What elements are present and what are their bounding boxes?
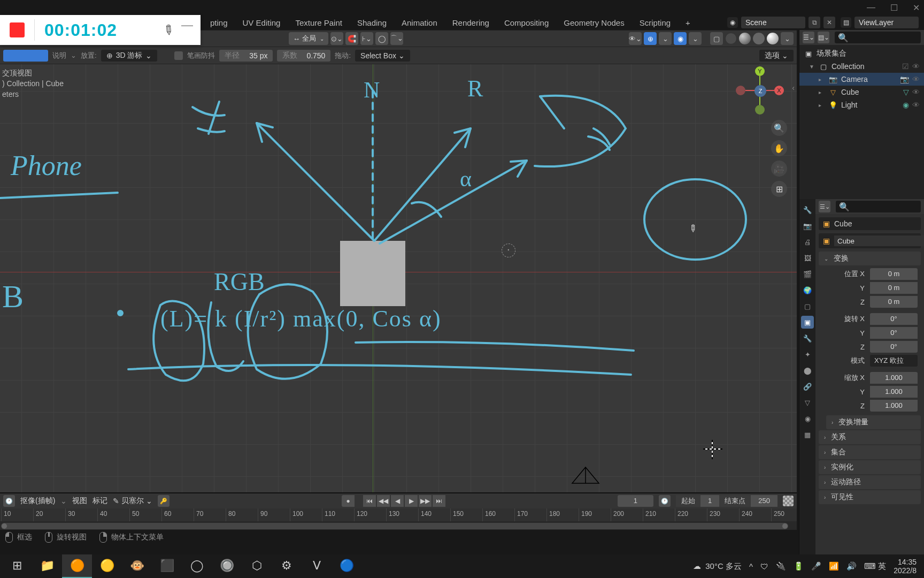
relations-header[interactable]: 关系 xyxy=(819,430,921,444)
shading-rendered[interactable] xyxy=(767,33,779,44)
select-mode-dropdown[interactable]: Select Box ⌄ xyxy=(355,50,410,62)
gizmo-z-axis[interactable]: Z xyxy=(754,85,766,97)
3d-viewport[interactable]: ✎ 交顶视图 ) Collection | Cube eters ‹ xyxy=(0,64,797,492)
placement-dropdown[interactable]: ⊕ 3D 游标 ⌄ xyxy=(101,50,158,62)
rotation-y-value[interactable]: 0° xyxy=(870,327,918,339)
end-frame-field[interactable]: 250 xyxy=(751,495,777,507)
current-frame-field[interactable]: 1 xyxy=(618,495,653,507)
gizmo-dropdown[interactable]: ⌄ xyxy=(659,32,672,45)
keying-dropdown[interactable]: 抠像(插帧) xyxy=(20,496,55,506)
position-x-value[interactable]: 0 m xyxy=(870,268,918,280)
camera-object-icon[interactable] xyxy=(569,465,602,486)
weather-widget[interactable]: ☁ 30°C 多云 xyxy=(693,561,742,572)
file-explorer-icon[interactable]: 📁 xyxy=(32,554,62,578)
start-button[interactable]: ⊞ xyxy=(2,554,32,578)
workspace-tab[interactable]: pting xyxy=(203,18,235,27)
app-icon-gear[interactable]: ⚙ xyxy=(272,554,302,578)
perspective-toggle-icon[interactable]: ⊞ xyxy=(771,181,787,197)
outliner-item-cube[interactable]: ▸ ▽ Cube ▽👁 xyxy=(799,86,924,98)
ime-indicator[interactable]: ⌨ 英 xyxy=(864,561,886,572)
wifi-icon[interactable]: 📶 xyxy=(829,561,839,571)
zoom-icon[interactable]: 🔍 xyxy=(771,120,787,136)
workspace-tab[interactable]: UV Editing xyxy=(235,18,288,27)
outliner-item-camera[interactable]: ▸ 📷 Camera 📷👁 xyxy=(799,73,924,86)
instancing-header[interactable]: 实例化 xyxy=(819,460,921,474)
tab-physics[interactable]: ⬤ xyxy=(801,364,814,377)
tab-modifiers[interactable]: 🔧 xyxy=(801,332,814,345)
workspace-tab[interactable]: Shading xyxy=(350,18,394,27)
timeline-marker-menu[interactable]: 标记 xyxy=(93,496,107,506)
jump-prev-keyframe-button[interactable]: ◀◀ xyxy=(377,495,390,507)
editor-type-icon[interactable]: ☰⌄ xyxy=(819,201,830,212)
outliner-display-mode[interactable]: ▤⌄ xyxy=(818,32,829,43)
preview-range-toggle[interactable]: 🕐 xyxy=(659,495,671,507)
scene-browse-button[interactable]: ⧉ xyxy=(808,17,820,28)
workspace-tab[interactable]: Geometry Nodes xyxy=(556,18,632,27)
jump-to-start-button[interactable]: ⏮ xyxy=(363,495,376,507)
app-icon-yellow[interactable]: 🟡 xyxy=(92,554,122,578)
viewlayer-icon[interactable]: ▤ xyxy=(841,17,851,28)
object-name-field[interactable]: ▣ Cube xyxy=(819,217,921,230)
jump-next-keyframe-button[interactable]: ▶▶ xyxy=(419,495,432,507)
data-name-input[interactable] xyxy=(834,235,924,246)
viewlayer-name-input[interactable] xyxy=(854,17,919,28)
battery-icon[interactable]: 🔋 xyxy=(794,561,804,571)
workspace-tab[interactable]: Scripting xyxy=(632,18,678,27)
epic-games-icon[interactable]: ⬛ xyxy=(152,554,182,578)
light-data-icon[interactable]: ◉ xyxy=(903,101,909,109)
gizmo-x-axis[interactable]: X xyxy=(774,86,784,95)
motion-paths-header[interactable]: 运动路径 xyxy=(819,475,921,489)
scale-z-value[interactable]: 1.000 xyxy=(870,400,918,412)
cube-object[interactable] xyxy=(340,241,405,306)
scale-y-value[interactable]: 1.000 xyxy=(870,386,918,398)
data-name-field[interactable]: ▣ xyxy=(819,233,921,248)
radius-field[interactable]: 半径35 px xyxy=(219,50,273,62)
clock[interactable]: 14:352022/8 xyxy=(894,558,917,575)
visibility-eye-icon[interactable]: 👁 xyxy=(912,101,920,109)
timeline-view-menu[interactable]: 视图 xyxy=(72,496,87,506)
start-frame-field[interactable]: 1 xyxy=(700,495,719,507)
tab-collection[interactable]: ▢ xyxy=(801,300,814,313)
scale-x-value[interactable]: 1.000 xyxy=(870,372,918,384)
gizmo-y-axis[interactable]: Y xyxy=(755,66,765,76)
timeline-ruler[interactable]: 10 20 30 40 50 60 70 80 90 100 110 120 1… xyxy=(0,508,797,521)
collections-header[interactable]: 集合 xyxy=(819,445,921,459)
visual-studio-icon[interactable]: ᐯ xyxy=(302,554,332,578)
gizmo-neg-y-axis[interactable] xyxy=(755,105,765,115)
microphone-icon[interactable]: 🎤 xyxy=(811,561,821,571)
position-y-value[interactable]: 0 m xyxy=(870,282,918,294)
workspace-tab[interactable]: Animation xyxy=(394,18,445,27)
camera-view-icon[interactable]: 🎥 xyxy=(771,161,787,177)
overlay-dropdown[interactable]: ⌄ xyxy=(689,32,702,45)
sidebar-collapse-icon[interactable]: ‹ xyxy=(792,83,795,92)
tray-icon[interactable]: 🔌 xyxy=(776,561,786,571)
timeline-filter-icon[interactable] xyxy=(783,496,794,506)
rotation-z-value[interactable]: 0° xyxy=(870,341,918,353)
brush-tool-icon[interactable]: ✎ xyxy=(159,21,177,39)
steam-icon[interactable]: ◯ xyxy=(182,554,212,578)
tab-viewlayer[interactable]: 🖼 xyxy=(801,252,814,264)
camera-toggle-icon[interactable]: 📷 xyxy=(900,75,909,83)
xray-toggle[interactable]: ▢ xyxy=(710,32,723,45)
jump-to-end-button[interactable]: ⏭ xyxy=(433,495,445,507)
pan-icon[interactable]: ✋ xyxy=(771,140,787,156)
tab-world[interactable]: 🌍 xyxy=(801,284,814,296)
tab-texture[interactable]: ▦ xyxy=(801,428,814,441)
outliner-item-light[interactable]: ▸ 💡 Light ◉👁 xyxy=(799,98,924,111)
interpolation-dropdown[interactable]: ✎ 贝塞尔 ⌄ xyxy=(113,496,152,506)
rotation-mode-dropdown[interactable]: XYZ 欧拉 xyxy=(870,355,918,367)
tab-material[interactable]: ◉ xyxy=(801,412,814,425)
position-z-value[interactable]: 0 m xyxy=(870,296,918,308)
options-dropdown[interactable]: 选项 ⌄ xyxy=(759,50,794,62)
app-icon-circle[interactable]: 🔘 xyxy=(212,554,242,578)
proportional-falloff-dropdown[interactable]: ⌒⌄ xyxy=(390,32,403,45)
app-icon-o[interactable]: 🔵 xyxy=(332,554,361,578)
timeline-editor-icon[interactable]: 🕐 xyxy=(3,495,15,507)
factor-field[interactable]: 系数0.750 xyxy=(277,50,330,62)
outliner-editor-icon[interactable]: ☰⌄ xyxy=(803,32,814,43)
scene-icon[interactable]: ◉ xyxy=(727,17,738,28)
navigation-gizmo[interactable]: Y X Z xyxy=(736,66,784,115)
outliner-scene-collection[interactable]: ▣ 场景集合 xyxy=(799,47,924,60)
maximize-button[interactable]: ☐ xyxy=(890,3,898,13)
tab-object[interactable]: ▣ xyxy=(801,316,814,329)
